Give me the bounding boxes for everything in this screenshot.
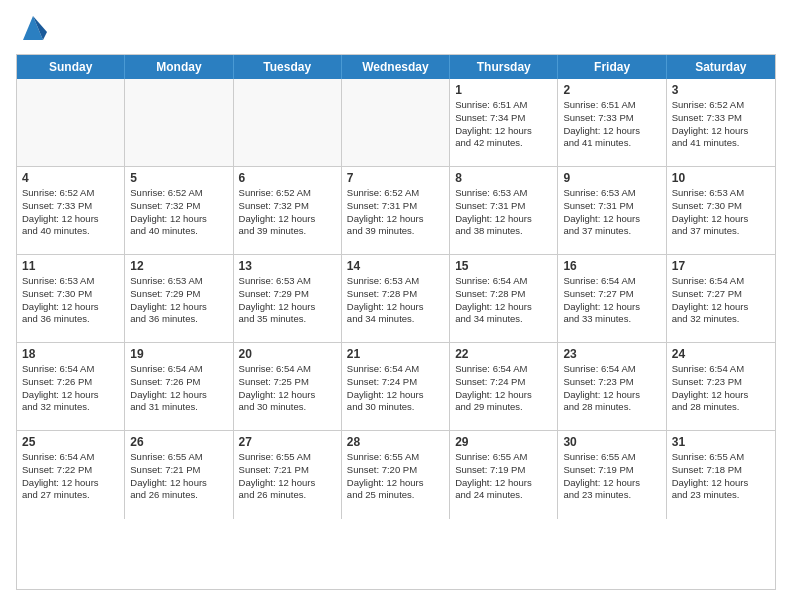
day-number: 6 [239, 171, 336, 185]
day-number: 2 [563, 83, 660, 97]
day-info: Sunrise: 6:51 AM Sunset: 7:33 PM Dayligh… [563, 99, 660, 150]
day-number: 28 [347, 435, 444, 449]
calendar-header-cell: Sunday [17, 55, 125, 79]
day-number: 31 [672, 435, 770, 449]
calendar-cell: 6Sunrise: 6:52 AM Sunset: 7:32 PM Daylig… [234, 167, 342, 254]
day-info: Sunrise: 6:54 AM Sunset: 7:28 PM Dayligh… [455, 275, 552, 326]
calendar-cell: 29Sunrise: 6:55 AM Sunset: 7:19 PM Dayli… [450, 431, 558, 519]
day-info: Sunrise: 6:55 AM Sunset: 7:18 PM Dayligh… [672, 451, 770, 502]
calendar-cell [234, 79, 342, 166]
day-info: Sunrise: 6:51 AM Sunset: 7:34 PM Dayligh… [455, 99, 552, 150]
day-info: Sunrise: 6:54 AM Sunset: 7:25 PM Dayligh… [239, 363, 336, 414]
day-number: 29 [455, 435, 552, 449]
logo-icon [19, 12, 47, 44]
calendar-week-row: 11Sunrise: 6:53 AM Sunset: 7:30 PM Dayli… [17, 255, 775, 343]
day-info: Sunrise: 6:52 AM Sunset: 7:33 PM Dayligh… [22, 187, 119, 238]
calendar-cell: 8Sunrise: 6:53 AM Sunset: 7:31 PM Daylig… [450, 167, 558, 254]
day-number: 3 [672, 83, 770, 97]
day-info: Sunrise: 6:52 AM Sunset: 7:32 PM Dayligh… [239, 187, 336, 238]
calendar-cell [17, 79, 125, 166]
calendar-cell: 18Sunrise: 6:54 AM Sunset: 7:26 PM Dayli… [17, 343, 125, 430]
calendar-header-cell: Tuesday [234, 55, 342, 79]
calendar-cell: 24Sunrise: 6:54 AM Sunset: 7:23 PM Dayli… [667, 343, 775, 430]
day-info: Sunrise: 6:53 AM Sunset: 7:29 PM Dayligh… [239, 275, 336, 326]
calendar-cell: 10Sunrise: 6:53 AM Sunset: 7:30 PM Dayli… [667, 167, 775, 254]
header [16, 16, 776, 44]
calendar-cell: 22Sunrise: 6:54 AM Sunset: 7:24 PM Dayli… [450, 343, 558, 430]
calendar-body: 1Sunrise: 6:51 AM Sunset: 7:34 PM Daylig… [17, 79, 775, 519]
calendar-cell: 5Sunrise: 6:52 AM Sunset: 7:32 PM Daylig… [125, 167, 233, 254]
day-info: Sunrise: 6:53 AM Sunset: 7:29 PM Dayligh… [130, 275, 227, 326]
calendar-header-cell: Saturday [667, 55, 775, 79]
calendar-header-cell: Wednesday [342, 55, 450, 79]
calendar-cell: 21Sunrise: 6:54 AM Sunset: 7:24 PM Dayli… [342, 343, 450, 430]
day-number: 4 [22, 171, 119, 185]
day-info: Sunrise: 6:52 AM Sunset: 7:33 PM Dayligh… [672, 99, 770, 150]
day-number: 10 [672, 171, 770, 185]
day-number: 16 [563, 259, 660, 273]
calendar-cell: 9Sunrise: 6:53 AM Sunset: 7:31 PM Daylig… [558, 167, 666, 254]
day-number: 7 [347, 171, 444, 185]
day-number: 9 [563, 171, 660, 185]
calendar-cell: 15Sunrise: 6:54 AM Sunset: 7:28 PM Dayli… [450, 255, 558, 342]
day-number: 24 [672, 347, 770, 361]
day-info: Sunrise: 6:54 AM Sunset: 7:22 PM Dayligh… [22, 451, 119, 502]
day-info: Sunrise: 6:54 AM Sunset: 7:23 PM Dayligh… [672, 363, 770, 414]
calendar-cell: 3Sunrise: 6:52 AM Sunset: 7:33 PM Daylig… [667, 79, 775, 166]
calendar-header-cell: Thursday [450, 55, 558, 79]
day-info: Sunrise: 6:53 AM Sunset: 7:28 PM Dayligh… [347, 275, 444, 326]
calendar-cell: 16Sunrise: 6:54 AM Sunset: 7:27 PM Dayli… [558, 255, 666, 342]
calendar-cell: 11Sunrise: 6:53 AM Sunset: 7:30 PM Dayli… [17, 255, 125, 342]
day-info: Sunrise: 6:54 AM Sunset: 7:26 PM Dayligh… [130, 363, 227, 414]
calendar-cell: 12Sunrise: 6:53 AM Sunset: 7:29 PM Dayli… [125, 255, 233, 342]
calendar-cell: 19Sunrise: 6:54 AM Sunset: 7:26 PM Dayli… [125, 343, 233, 430]
calendar-cell: 20Sunrise: 6:54 AM Sunset: 7:25 PM Dayli… [234, 343, 342, 430]
page: SundayMondayTuesdayWednesdayThursdayFrid… [0, 0, 792, 612]
day-info: Sunrise: 6:54 AM Sunset: 7:23 PM Dayligh… [563, 363, 660, 414]
day-number: 30 [563, 435, 660, 449]
calendar-cell: 31Sunrise: 6:55 AM Sunset: 7:18 PM Dayli… [667, 431, 775, 519]
calendar-header-cell: Monday [125, 55, 233, 79]
day-number: 21 [347, 347, 444, 361]
day-info: Sunrise: 6:55 AM Sunset: 7:21 PM Dayligh… [130, 451, 227, 502]
calendar-cell: 1Sunrise: 6:51 AM Sunset: 7:34 PM Daylig… [450, 79, 558, 166]
calendar-cell: 2Sunrise: 6:51 AM Sunset: 7:33 PM Daylig… [558, 79, 666, 166]
day-info: Sunrise: 6:53 AM Sunset: 7:30 PM Dayligh… [672, 187, 770, 238]
day-info: Sunrise: 6:53 AM Sunset: 7:30 PM Dayligh… [22, 275, 119, 326]
day-number: 22 [455, 347, 552, 361]
calendar-cell: 23Sunrise: 6:54 AM Sunset: 7:23 PM Dayli… [558, 343, 666, 430]
day-number: 15 [455, 259, 552, 273]
day-number: 27 [239, 435, 336, 449]
day-info: Sunrise: 6:54 AM Sunset: 7:24 PM Dayligh… [455, 363, 552, 414]
day-info: Sunrise: 6:52 AM Sunset: 7:31 PM Dayligh… [347, 187, 444, 238]
calendar-cell: 7Sunrise: 6:52 AM Sunset: 7:31 PM Daylig… [342, 167, 450, 254]
day-info: Sunrise: 6:54 AM Sunset: 7:27 PM Dayligh… [563, 275, 660, 326]
calendar-cell: 4Sunrise: 6:52 AM Sunset: 7:33 PM Daylig… [17, 167, 125, 254]
day-info: Sunrise: 6:55 AM Sunset: 7:20 PM Dayligh… [347, 451, 444, 502]
calendar-cell [342, 79, 450, 166]
calendar-cell: 25Sunrise: 6:54 AM Sunset: 7:22 PM Dayli… [17, 431, 125, 519]
calendar-week-row: 1Sunrise: 6:51 AM Sunset: 7:34 PM Daylig… [17, 79, 775, 167]
day-number: 1 [455, 83, 552, 97]
day-number: 23 [563, 347, 660, 361]
day-info: Sunrise: 6:53 AM Sunset: 7:31 PM Dayligh… [563, 187, 660, 238]
day-number: 19 [130, 347, 227, 361]
calendar-cell: 17Sunrise: 6:54 AM Sunset: 7:27 PM Dayli… [667, 255, 775, 342]
day-number: 26 [130, 435, 227, 449]
calendar-week-row: 4Sunrise: 6:52 AM Sunset: 7:33 PM Daylig… [17, 167, 775, 255]
day-info: Sunrise: 6:54 AM Sunset: 7:26 PM Dayligh… [22, 363, 119, 414]
calendar-cell [125, 79, 233, 166]
calendar-week-row: 18Sunrise: 6:54 AM Sunset: 7:26 PM Dayli… [17, 343, 775, 431]
calendar-week-row: 25Sunrise: 6:54 AM Sunset: 7:22 PM Dayli… [17, 431, 775, 519]
calendar-header-row: SundayMondayTuesdayWednesdayThursdayFrid… [17, 55, 775, 79]
day-number: 14 [347, 259, 444, 273]
calendar-header-cell: Friday [558, 55, 666, 79]
day-number: 20 [239, 347, 336, 361]
calendar-cell: 30Sunrise: 6:55 AM Sunset: 7:19 PM Dayli… [558, 431, 666, 519]
day-number: 17 [672, 259, 770, 273]
day-info: Sunrise: 6:54 AM Sunset: 7:24 PM Dayligh… [347, 363, 444, 414]
day-info: Sunrise: 6:53 AM Sunset: 7:31 PM Dayligh… [455, 187, 552, 238]
day-info: Sunrise: 6:55 AM Sunset: 7:19 PM Dayligh… [455, 451, 552, 502]
calendar: SundayMondayTuesdayWednesdayThursdayFrid… [16, 54, 776, 590]
day-number: 8 [455, 171, 552, 185]
